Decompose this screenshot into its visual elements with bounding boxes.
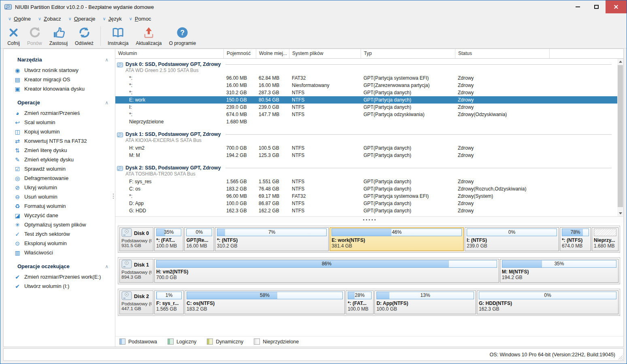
cell-cap: 100.0 GB [223,200,256,207]
partition-block-f-sys-r[interactable]: 1%F: sys_r...1.565 GB [154,290,184,314]
cell-cap: 96.00 MB [223,74,256,82]
disk-group-header[interactable]: Dysk 1: SSD, Podstawowy GPT, ZdrowyATA K… [115,129,617,144]
sidebar-item-konwertuj-ntfs-na-fat32[interactable]: ⇄Konwertuj NTFS na FAT32 [4,136,115,146]
table-row[interactable]: C: os183.2 GB76.48 GBNTFSGPT(Partycja da… [115,185,617,193]
update-button[interactable]: Aktualizacja [132,25,165,47]
disk-group-header[interactable]: Dysk 0: SSD, Podstawowy GPT, ZdrowyATA W… [115,59,617,74]
scroll-up-arrow[interactable] [617,59,623,65]
partition-block-gpt-re[interactable]: 0%GPT(Re...16.00 MB [184,227,214,251]
sidebar-item-usuń-wolumin[interactable]: ⊖Usuń wolumin [4,192,115,201]
column-header-wolumin[interactable]: Wolumin [115,49,223,58]
sidebar-item-scal-wolumin[interactable]: ↩Scal wolumin [4,118,115,127]
sidebar-item-eksploruj-wolumin[interactable]: ⊙Eksploruj wolumin [4,239,115,248]
sidebar-item-kreator-migracji-os[interactable]: ▤Kreator migracji OS [4,75,115,84]
table-row[interactable]: F: sys_res1.565 GB1.551 GBNTFSGPT(Partyc… [115,178,617,185]
column-header-wolne-miej[interactable]: Wolne miej... [256,49,289,58]
sidebar-item-test-złych-sektorów[interactable]: ✓Test złych sektorów [4,229,115,239]
disk-map-label-disk-0[interactable]: Disk 0Podstawowy (GPT)931.5 GB [119,227,153,251]
scroll-down-arrow[interactable] [617,210,623,216]
table-row[interactable]: *:310.2 GB287.3 GBNTFSGPT(Partycja danyc… [115,89,617,96]
sidebar-item-formatuj-wolumin[interactable]: ♻Formatuj wolumin [4,201,115,211]
menu-item-operacje[interactable]: ∨Operacje [65,15,99,23]
partition-block-ntfs[interactable]: 7%*: (NTFS)310.2 GB [215,227,329,251]
table-row[interactable]: H: vm2700.0 GB100.5 GBNTFSGPT(Partycja d… [115,144,617,152]
volume-table-header: WoluminPojemnośćWolne miej...System plik… [115,49,623,59]
sidebar-item-wyczyść-dane[interactable]: ◪Wyczyść dane [4,211,115,220]
sidebar-item-ukryj-wolumin[interactable]: ⊘Ukryj wolumin [4,183,115,192]
table-row[interactable]: M: M194.2 GB125.3 GBNTFSGPT(Partycja dan… [115,152,617,159]
refresh-button[interactable]: Odśwież [71,25,97,47]
disk-map-area: Disk 0Podstawowy (GPT)931.5 GB35%*: (FAT… [115,223,623,336]
chevron-up-icon[interactable]: ∧ [105,264,108,269]
chevron-up-icon[interactable]: ∧ [105,57,108,63]
partition-block-ntfs[interactable]: 78%*: (NTFS)674.0 MB [560,227,591,251]
partition-block-h-vm2-ntfs[interactable]: 86%H: vm2(NTFS)700.0 GB [154,259,499,283]
menu-item-język[interactable]: ∨Język [99,15,125,23]
menu-item-ogólne[interactable]: ∨Ogólne [4,15,34,23]
sidebar-section-header-operacje-oczekujące[interactable]: Operacje oczekujące∧ [4,260,115,272]
sidebar-item-zmień-rozmiar-przenieś-work-e[interactable]: ✔Zmień rozmiar/Przenieś work(E:) [4,272,115,281]
table-row[interactable]: I:239.0 GB239.0 GBNTFSGPT(Partycja danyc… [115,104,617,111]
toolbar-button-label: Instrukcja [108,40,128,46]
column-header-system-plików[interactable]: System plików [289,49,361,58]
horizontal-splitter-handle[interactable] [115,216,623,223]
table-row[interactable]: D: App100.0 GB86.87 GBNTFSGPT(Partycja d… [115,200,617,207]
vertical-scrollbar[interactable] [617,59,623,216]
resize-grip-icon[interactable] [618,355,623,360]
column-header-pojemność[interactable]: Pojemność [223,49,256,58]
partition-block-fat[interactable]: 28%*: (FAT...100.0 MB [346,290,374,314]
table-row[interactable]: *:96.00 MB69.17 MBFAT32GPT(Partycja syst… [115,193,617,200]
sidebar-item-optymalizuj-system-plików[interactable]: ✳Optymalizuj system plików [4,220,115,229]
sidebar-item-właściwości[interactable]: ▥Właściwości [4,248,115,257]
cell-fs: NTFS [289,200,361,207]
table-row[interactable]: *:674.0 MB147.7 MBNTFSGPT(Partycja odzys… [115,111,617,118]
sidebar-item-zmień-rozmiar-przenieś[interactable]: ◕Zmień rozmiar/Przenieś [4,108,115,118]
partition-block-d-app-ntfs[interactable]: 13%D: App(NTFS)100.0 GB [374,290,476,314]
partition-label: Nieprzy... [594,237,616,243]
sidebar-item-utwórz-nośnik-startowy[interactable]: ◉Utwórz nośnik startowy [4,66,115,75]
sidebar-item-sprawdź-wolumin[interactable]: ☑Sprawdź wolumin [4,164,115,174]
table-row[interactable]: E: work150.0 GB80.54 GBNTFSGPT(Partycja … [115,96,617,104]
sidebar-item-utwórz-wolumin-i[interactable]: ✔Utwórz wolumin (I:) [4,281,115,291]
chevron-up-icon[interactable]: ∧ [105,100,108,106]
column-header-typ[interactable]: Typ [361,49,455,58]
table-row[interactable]: Nieprzydzielone1.680 MB [115,118,617,125]
partition-block-i-ntfs[interactable]: 0%I: (NTFS)239.0 GB [465,227,559,251]
sidebar-item-zmień-literę-dysku[interactable]: ⇅Zmień literę dysku [4,146,115,155]
sidebar-section-header-operacje[interactable]: Operacje∧ [4,97,115,108]
apply-button[interactable]: Zastosuj [46,25,71,47]
about-button[interactable]: ?O programie [165,25,200,47]
maximize-button[interactable] [587,0,606,13]
minimize-button[interactable] [568,0,587,13]
disk-map-label-disk-2[interactable]: Disk 2Podstawowy (GPT)447.1 GB [119,290,153,314]
partition-block-fat[interactable]: 35%*: (FAT...100.0 MB [154,227,183,251]
partition-block-g-hdd-ntfs[interactable]: 0%G: HDD(NTFS)162.3 GB [477,290,618,314]
menu-item-pomoc[interactable]: ∨Pomoc [125,15,155,23]
sidebar-section-operacje-oczekujące: Operacje oczekujące∧✔Zmień rozmiar/Przen… [4,260,115,291]
sidebar-section-header-narzędzia[interactable]: Narzędzia∧ [4,54,115,66]
close-button[interactable] [606,0,627,13]
menu-item-zobacz[interactable]: ∨Zobacz [34,15,65,23]
manual-button[interactable]: Instrukcja [104,25,132,47]
scrollbar-thumb[interactable] [618,65,623,207]
disk-group-header[interactable]: Dysk 2: SSD, Podstawowy GPT, ZdrowyATA T… [115,162,617,178]
scrollbar-track[interactable] [617,65,623,210]
sidebar-splitter-handle[interactable] [113,194,114,199]
legend-label: Nieprzydzielone [263,339,299,345]
table-row[interactable]: *:16.00 MB16.00 MBNiesformatowanyGPT(Zar… [115,82,617,89]
partition-block-nieprzy[interactable]: Nieprzy...1.680 MB [592,227,618,251]
sidebar-item-kreator-klonowania-dysku[interactable]: ▣Kreator klonowania dysku [4,84,115,93]
undo-button[interactable]: Cofnij [4,25,23,47]
partition-block-m-m-ntfs[interactable]: 35%M: M(NTFS)194.2 GB [500,259,618,283]
cell-free [256,118,289,125]
column-header-status[interactable]: Status [455,49,549,58]
sidebar-item-kopiuj-wolumin[interactable]: ◫Kopiuj wolumin [4,127,115,136]
disk-icon [117,62,123,67]
partition-block-c-os-ntfs[interactable]: 58%C: os(NTFS)183.2 GB [185,290,345,314]
sidebar-item-defragmentowanie[interactable]: ◎Defragmentowanie [4,174,115,183]
disk-map-label-disk-1[interactable]: Disk 1Podstawowy (GPT)894.3 GB [119,259,153,283]
table-row[interactable]: *:96.00 MB62.84 MBFAT32GPT(Partycja syst… [115,74,617,82]
partition-block-e-work-ntfs[interactable]: 46%E: work(NTFS)381.4 GB [329,227,464,251]
table-row[interactable]: G: HDD162.3 GB162.2 GBNTFSGPT(Partycja d… [115,207,617,214]
sidebar-item-zmień-etykietę-dysku[interactable]: ✎Zmień etykietę dysku [4,155,115,164]
